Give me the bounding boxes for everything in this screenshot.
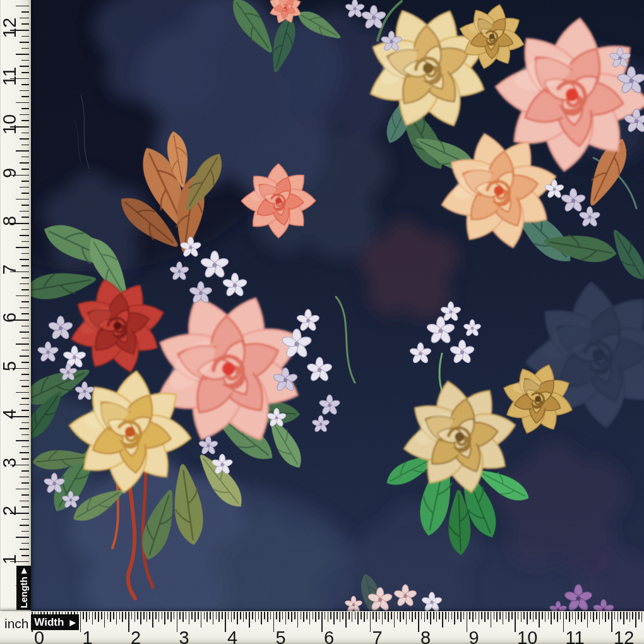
ruler-number: 9 bbox=[469, 628, 479, 644]
ruler-tick bbox=[16, 295, 29, 297]
ruler-tick bbox=[545, 612, 546, 622]
ruler-tick bbox=[635, 612, 636, 628]
ruler-tick bbox=[288, 612, 289, 619]
ruler-tick bbox=[282, 612, 283, 619]
ruler-tick bbox=[313, 612, 314, 619]
ruler-tick bbox=[21, 470, 29, 472]
ruler-number: 11 bbox=[0, 68, 21, 85]
ruler-tick bbox=[345, 612, 347, 628]
ruler-tick bbox=[21, 362, 29, 363]
ruler-tick bbox=[427, 612, 428, 619]
ruler-tick bbox=[158, 612, 160, 622]
ruler-tick bbox=[20, 162, 29, 164]
ruler-tick bbox=[436, 612, 438, 622]
unit-label: inch bbox=[4, 616, 29, 631]
ruler-tick bbox=[20, 501, 29, 502]
ruler-tick bbox=[617, 612, 619, 622]
ruler-tick bbox=[276, 612, 277, 619]
ruler-tick bbox=[306, 612, 307, 619]
ruler-tick bbox=[330, 612, 331, 619]
ruler-tick bbox=[340, 612, 341, 622]
ruler-tick bbox=[21, 326, 29, 327]
arrow-up-icon: ▶ bbox=[20, 568, 27, 573]
ruler-tick bbox=[170, 612, 172, 622]
ruler-tick bbox=[20, 428, 29, 429]
ruler-tick bbox=[382, 612, 383, 624]
ruler-tick bbox=[104, 612, 105, 628]
ruler-tick bbox=[16, 102, 29, 104]
ruler-tick bbox=[20, 235, 29, 236]
ruler-tick bbox=[367, 612, 368, 619]
ruler-tick bbox=[499, 612, 501, 619]
ruler-tick bbox=[210, 612, 211, 619]
ruler-tick bbox=[222, 612, 223, 619]
ruler-tick bbox=[20, 331, 29, 333]
ruler-tick bbox=[484, 612, 486, 622]
ruler-tick bbox=[21, 120, 29, 121]
ruler-tick bbox=[494, 612, 495, 619]
ruler-tick bbox=[122, 612, 123, 622]
ruler-tick bbox=[20, 549, 29, 550]
ruler-tick bbox=[605, 612, 606, 622]
ruler-tick bbox=[496, 612, 498, 622]
ruler-tick bbox=[131, 612, 133, 619]
ruler-tick bbox=[21, 133, 29, 134]
ruler-number: 4 bbox=[0, 406, 21, 422]
ruler-tick bbox=[128, 612, 129, 632]
ruler-tick bbox=[469, 612, 470, 619]
ruler-tick bbox=[152, 612, 153, 628]
ruler-number: 7 bbox=[0, 261, 21, 278]
ruler-tick bbox=[508, 612, 510, 622]
ruler-tick bbox=[515, 612, 516, 632]
ruler-tick bbox=[110, 612, 111, 622]
ruler-tick bbox=[430, 612, 431, 624]
ruler-tick bbox=[201, 612, 202, 628]
ruler-tick bbox=[164, 612, 165, 624]
ruler-tick bbox=[309, 612, 311, 624]
ruler-tick bbox=[611, 612, 612, 632]
ruler-tick bbox=[454, 612, 455, 624]
ruler-tick bbox=[572, 612, 573, 619]
ruler-tick bbox=[21, 494, 29, 496]
ruler-tick bbox=[333, 612, 335, 624]
ruler-tick bbox=[418, 612, 419, 632]
ruler-tick bbox=[246, 612, 247, 619]
ruler-tick bbox=[342, 612, 343, 619]
ruler-tick bbox=[21, 277, 29, 278]
ruler-tick bbox=[328, 612, 329, 622]
ruler-tick bbox=[273, 612, 275, 632]
ruler-tick bbox=[21, 84, 29, 85]
ruler-tick bbox=[21, 386, 29, 387]
ruler-tick bbox=[89, 612, 90, 619]
ruler-tick bbox=[21, 506, 29, 508]
ruler-tick bbox=[21, 229, 29, 230]
ruler-tick bbox=[379, 612, 380, 619]
ruler-number: 1 bbox=[0, 551, 21, 568]
ruler-tick bbox=[264, 612, 265, 619]
ruler-tick bbox=[566, 612, 567, 619]
ruler-tick bbox=[270, 612, 271, 619]
ruler-tick bbox=[21, 374, 29, 375]
ruler-tick bbox=[325, 612, 326, 619]
ruler-tick bbox=[294, 612, 295, 619]
ruler-tick bbox=[448, 612, 450, 622]
ruler-tick bbox=[140, 612, 141, 624]
ruler-tick bbox=[21, 313, 29, 314]
ruler-tick bbox=[21, 193, 29, 194]
ruler-tick bbox=[21, 157, 29, 158]
ruler-tick bbox=[16, 199, 29, 200]
ruler-tick bbox=[21, 72, 29, 73]
ruler-tick bbox=[297, 612, 299, 628]
ruler-number: 10 bbox=[517, 628, 537, 644]
ruler-tick bbox=[511, 612, 513, 619]
ruler-tick bbox=[364, 612, 365, 622]
ruler-tick bbox=[218, 612, 220, 622]
ruler-tick bbox=[481, 612, 482, 619]
ruler-tick bbox=[98, 612, 99, 622]
ruler-tick bbox=[143, 612, 145, 619]
ruler-tick bbox=[146, 612, 148, 622]
ruler-tick bbox=[16, 6, 29, 7]
ruler-tick bbox=[315, 612, 316, 622]
ruler-tick bbox=[451, 612, 453, 619]
ruler-tick bbox=[21, 519, 29, 520]
